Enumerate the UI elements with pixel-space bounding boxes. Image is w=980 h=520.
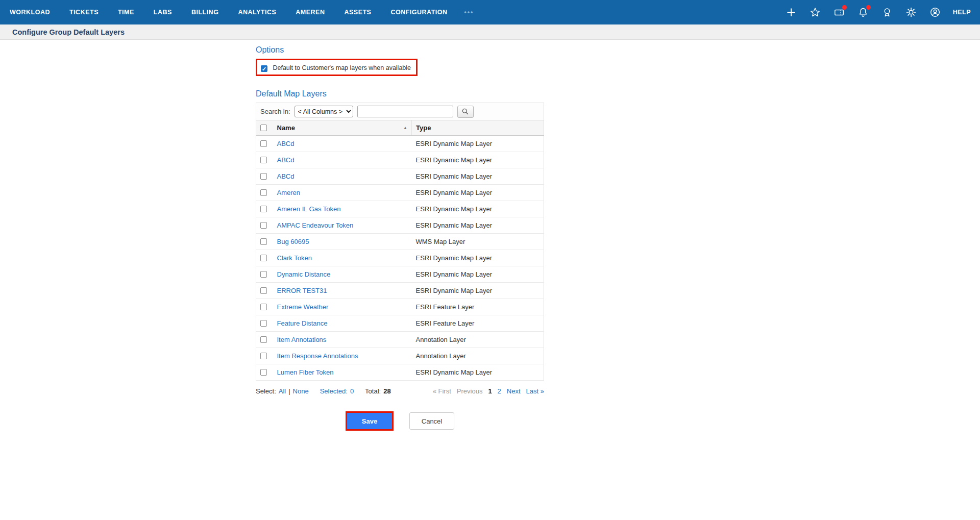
- nav-item-labs[interactable]: LABS: [144, 0, 182, 24]
- layer-name-link[interactable]: ERROR TEST31: [277, 287, 327, 294]
- layer-type-cell: WMS Map Layer: [412, 234, 544, 250]
- layer-type-cell: Annotation Layer: [412, 332, 544, 348]
- pagination: « First Previous 1 2 Next Last »: [433, 387, 544, 395]
- main-content: Options ✓ Default to Customer's map laye…: [256, 40, 544, 431]
- layer-type-cell: ESRI Dynamic Map Layer: [412, 364, 544, 381]
- selection-controls: Select: All | None Selected: 0 Total: 28: [256, 387, 391, 395]
- nav-item-assets[interactable]: ASSETS: [334, 0, 381, 24]
- row-checkbox[interactable]: [260, 238, 267, 245]
- layer-name-link[interactable]: Item Annotations: [277, 336, 327, 343]
- layer-name-link[interactable]: Dynamic Distance: [277, 270, 331, 278]
- layer-type-cell: ESRI Dynamic Map Layer: [412, 283, 544, 299]
- badge-icon[interactable]: [881, 6, 893, 18]
- row-checkbox[interactable]: [260, 222, 267, 229]
- search-icon: [461, 108, 469, 115]
- row-checkbox[interactable]: [260, 320, 267, 327]
- search-in-label: Search in:: [260, 108, 290, 115]
- table-row: Item AnnotationsAnnotation Layer: [256, 332, 544, 348]
- layer-name-link[interactable]: ABCd: [277, 172, 295, 180]
- ticket-notifications-icon[interactable]: [833, 6, 845, 18]
- bell-icon[interactable]: [857, 6, 869, 18]
- layer-name-link[interactable]: Lumen Fiber Token: [277, 368, 334, 376]
- notification-dot: [842, 5, 847, 10]
- nav-item-time[interactable]: TIME: [108, 0, 144, 24]
- row-checkbox[interactable]: [260, 173, 267, 180]
- layer-type-cell: ESRI Dynamic Map Layer: [412, 201, 544, 217]
- row-checkbox[interactable]: [260, 287, 267, 294]
- notification-dot: [866, 5, 871, 10]
- layer-type-cell: ESRI Dynamic Map Layer: [412, 185, 544, 201]
- row-checkbox[interactable]: [260, 369, 267, 376]
- nav-item-tickets[interactable]: TICKETS: [60, 0, 108, 24]
- select-all-checkbox[interactable]: [260, 125, 267, 131]
- column-header-type[interactable]: Type: [412, 120, 544, 136]
- layer-name-link[interactable]: Ameren: [277, 189, 301, 196]
- pagination-next[interactable]: Next: [507, 387, 521, 395]
- nav-item-billing[interactable]: BILLING: [182, 0, 229, 24]
- cancel-button[interactable]: Cancel: [409, 412, 454, 430]
- layer-name-link[interactable]: Item Response Annotations: [277, 352, 358, 360]
- table-footer: Select: All | None Selected: 0 Total: 28…: [256, 387, 544, 395]
- layer-name-link[interactable]: Bug 60695: [277, 238, 309, 245]
- select-none-link[interactable]: None: [293, 387, 309, 395]
- layer-name-link[interactable]: ABCd: [277, 156, 295, 164]
- layer-name-link[interactable]: AMPAC Endeavour Token: [277, 221, 354, 229]
- layer-type-cell: Annotation Layer: [412, 348, 544, 364]
- user-profile-icon[interactable]: [929, 6, 941, 18]
- layer-name-link[interactable]: ABCd: [277, 140, 295, 147]
- annotation-highlight-checkbox: ✓ Default to Customer's map layers when …: [256, 59, 418, 76]
- table-row: ABCdESRI Dynamic Map Layer: [256, 168, 544, 185]
- table-row: Clark TokenESRI Dynamic Map Layer: [256, 250, 544, 266]
- favorites-star-icon[interactable]: [809, 6, 821, 18]
- layer-type-cell: ESRI Dynamic Map Layer: [412, 136, 544, 152]
- row-checkbox[interactable]: [260, 206, 267, 212]
- nav-item-analytics[interactable]: ANALYTICS: [228, 0, 286, 24]
- search-column-dropdown[interactable]: < All Columns >: [295, 106, 353, 117]
- nav-item-configuration[interactable]: CONFIGURATION: [381, 0, 457, 24]
- pagination-previous: Previous: [457, 387, 483, 395]
- page-title: Configure Group Default Layers: [12, 28, 125, 36]
- gear-icon[interactable]: [905, 6, 917, 18]
- table-row: ABCdESRI Dynamic Map Layer: [256, 136, 544, 152]
- nav-menu: WORKLOADTICKETSTIMELABSBILLINGANALYTICSA…: [0, 0, 481, 24]
- separator: |: [288, 387, 290, 395]
- add-icon[interactable]: [785, 6, 797, 18]
- layer-name-link[interactable]: Ameren IL Gas Token: [277, 205, 341, 213]
- row-checkbox[interactable]: [260, 271, 267, 278]
- search-button[interactable]: [457, 106, 474, 118]
- nav-right-toolbar: HELP: [785, 6, 971, 18]
- layer-name-link[interactable]: Feature Distance: [277, 319, 328, 327]
- layer-table-body: ABCdESRI Dynamic Map LayerABCdESRI Dynam…: [256, 136, 544, 381]
- row-checkbox[interactable]: [260, 255, 267, 261]
- table-row: ABCdESRI Dynamic Map Layer: [256, 152, 544, 168]
- layer-name-link[interactable]: Extreme Weather: [277, 303, 329, 311]
- nav-item-workload[interactable]: WORKLOAD: [0, 0, 60, 24]
- pagination-page-2[interactable]: 2: [498, 387, 501, 395]
- row-checkbox[interactable]: [260, 353, 267, 359]
- default-to-customer-layers-checkbox[interactable]: ✓: [261, 65, 267, 72]
- selected-count: 0: [350, 387, 354, 395]
- pagination-last[interactable]: Last »: [526, 387, 544, 395]
- row-checkbox[interactable]: [260, 140, 267, 147]
- page-title-bar: Configure Group Default Layers: [0, 24, 980, 40]
- layer-type-cell: ESRI Feature Layer: [412, 315, 544, 332]
- layer-type-cell: ESRI Dynamic Map Layer: [412, 266, 544, 283]
- row-checkbox[interactable]: [260, 304, 267, 310]
- sort-ascending-icon[interactable]: ▲: [403, 126, 407, 130]
- row-checkbox[interactable]: [260, 189, 267, 196]
- row-checkbox[interactable]: [260, 157, 267, 163]
- search-input[interactable]: [357, 106, 453, 117]
- select-all-link[interactable]: All: [279, 387, 286, 395]
- row-checkbox[interactable]: [260, 336, 267, 343]
- save-button[interactable]: Save: [347, 413, 392, 429]
- pagination-page-1-current[interactable]: 1: [488, 387, 492, 395]
- total-count: 28: [383, 387, 390, 395]
- nav-more-button[interactable]: •••: [457, 9, 481, 16]
- search-panel: Search in: < All Columns >: [256, 103, 544, 120]
- layer-name-link[interactable]: Clark Token: [277, 254, 312, 262]
- column-header-name[interactable]: Name ▲: [273, 120, 412, 136]
- help-link[interactable]: HELP: [953, 9, 971, 16]
- layer-type-cell: ESRI Dynamic Map Layer: [412, 152, 544, 168]
- selected-label: Selected:: [320, 387, 348, 395]
- nav-item-ameren[interactable]: AMEREN: [286, 0, 334, 24]
